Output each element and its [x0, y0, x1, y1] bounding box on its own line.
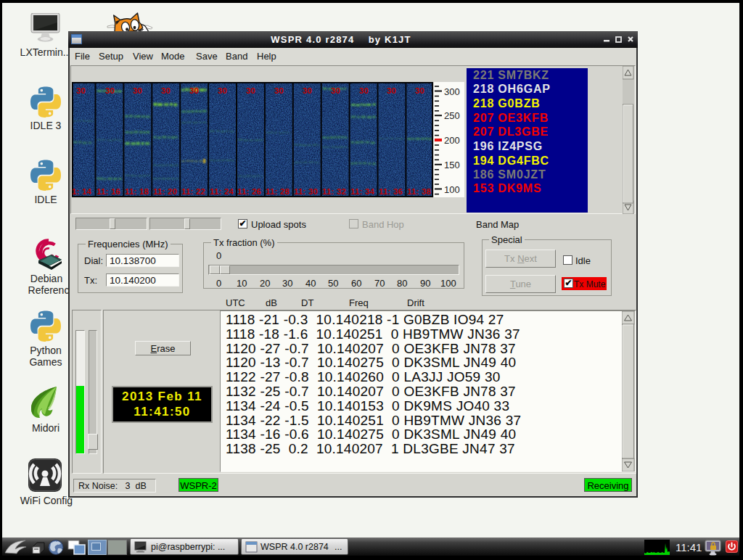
svg-text:250: 250 — [444, 110, 460, 121]
svg-text:11: 32: 11: 32 — [322, 187, 346, 196]
svg-text:30: 30 — [303, 86, 312, 95]
svg-text:30: 30 — [161, 86, 171, 95]
svg-text:30: 30 — [274, 86, 284, 95]
svg-text:30: 30 — [105, 86, 115, 95]
svg-text:11: 20: 11: 20 — [153, 187, 177, 196]
svg-text:11: 24: 11: 24 — [210, 187, 234, 196]
svg-text:150: 150 — [444, 160, 460, 170]
svg-text:30: 30 — [246, 86, 255, 95]
svg-text:30: 30 — [133, 86, 142, 95]
svg-text:30: 30 — [76, 86, 86, 95]
svg-text:11: 36: 11: 36 — [379, 187, 403, 196]
svg-text:11: 34: 11: 34 — [350, 187, 375, 196]
svg-text:11: 30: 11: 30 — [294, 187, 318, 196]
svg-text:30: 30 — [415, 86, 424, 95]
svg-text:200: 200 — [444, 135, 460, 146]
svg-text:11: 18: 11: 18 — [125, 187, 149, 196]
svg-text:30: 30 — [387, 86, 396, 95]
svg-text:30: 30 — [189, 86, 199, 95]
svg-text:30: 30 — [218, 86, 227, 95]
svg-text:11: 28: 11: 28 — [266, 187, 290, 196]
svg-text:11: 22: 11: 22 — [181, 187, 205, 196]
svg-text:100: 100 — [444, 184, 460, 195]
svg-text:11: 16: 11: 16 — [97, 187, 120, 196]
svg-text:11: 38: 11: 38 — [407, 187, 432, 196]
svg-text:11: 26: 11: 26 — [237, 187, 261, 196]
svg-text:30: 30 — [331, 86, 340, 95]
svg-text:1: 14: 1: 14 — [72, 187, 92, 196]
svg-text:30: 30 — [359, 86, 369, 95]
svg-text:300: 300 — [444, 86, 460, 97]
